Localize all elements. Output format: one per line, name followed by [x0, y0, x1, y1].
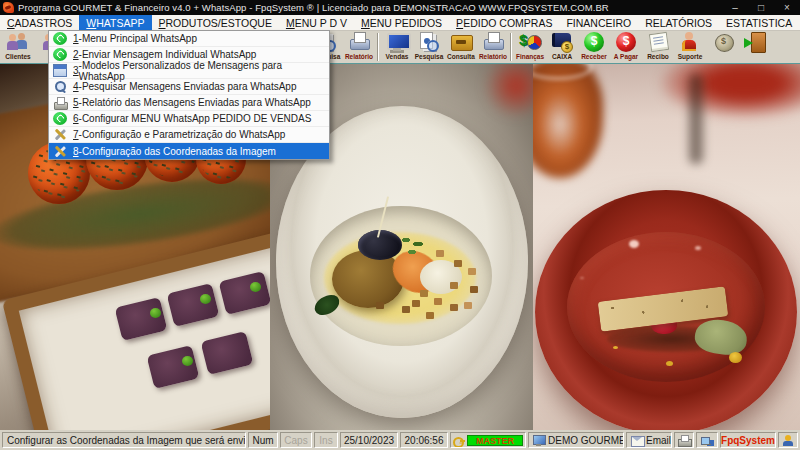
query-drawer-icon — [449, 31, 473, 53]
menu-whatsapp[interactable]: WHATSAPP — [79, 15, 151, 30]
menuitem-relatorio-mensagens[interactable]: 5-Relatório das Mensagens Enviadas para … — [49, 95, 329, 111]
status-time: 20:06:56 — [400, 432, 448, 448]
whatsapp-icon — [53, 32, 67, 45]
close-button[interactable]: × — [774, 0, 800, 15]
menuitem-modelos-personalizados[interactable]: 3-Modelos Personalizados de Mensagens pa… — [49, 63, 329, 79]
printer-icon — [53, 96, 67, 109]
photo-red-plate-dessert — [533, 64, 800, 430]
menuitem-configuracao-parametrizacao[interactable]: 7-Configuração e Parametrização do Whats… — [49, 127, 329, 143]
status-bar: Configurar as Coordenadas da Imagem que … — [0, 430, 800, 450]
user-panel[interactable] — [778, 432, 798, 448]
wine-glass-blur — [533, 64, 603, 178]
master-user-badge: MASTER — [467, 435, 523, 446]
pea-garnish — [250, 282, 261, 292]
menu-relatorios[interactable]: RELATÓRIOS — [638, 15, 719, 30]
receipt-note-icon — [646, 31, 670, 53]
magnifier-icon — [53, 80, 67, 93]
minimize-button[interactable]: – — [722, 0, 748, 15]
status-message: Configurar as Coordenadas da Imagem que … — [2, 432, 246, 448]
maximize-button[interactable]: □ — [748, 0, 774, 15]
receivables-coin-icon — [582, 31, 606, 53]
search-pages-icon — [417, 31, 441, 53]
network-icon — [701, 435, 713, 446]
exit-door-icon — [744, 31, 768, 53]
computer-icon — [533, 435, 545, 446]
toolbar-caixa-button[interactable]: CAIXA — [546, 31, 578, 63]
menuitem-pesquisar-mensagens[interactable]: 4-Pesquisar Mensagens Enviadas para What… — [49, 79, 329, 95]
network-panel[interactable] — [696, 432, 718, 448]
pea-garnish — [182, 356, 193, 366]
pea-garnish — [200, 294, 211, 304]
app-version-panel: DEMO GOURMET 4.0 — [528, 432, 624, 448]
menu-produtos-estoque[interactable]: PRODUTOS/ESTOQUE — [152, 15, 279, 30]
brand-label: FpqSystem — [720, 432, 776, 448]
whatsapp-icon — [53, 48, 67, 61]
toolbar-consulta-button[interactable]: Consulta — [445, 31, 477, 63]
menu-estatistica[interactable]: ESTATISTICA — [719, 15, 799, 30]
menu-pedidos[interactable]: MENU PEDIDOS — [354, 15, 449, 30]
printer-panel[interactable] — [674, 432, 694, 448]
pea-garnish — [150, 308, 161, 318]
toolbar-receber-button[interactable]: Receber — [578, 31, 610, 63]
glass-stem-blur — [689, 74, 703, 164]
cashbook-icon — [550, 31, 574, 53]
toolbar-financas-button[interactable]: Finanças — [514, 31, 546, 63]
poached-egg — [420, 260, 462, 294]
tools-icon — [53, 145, 67, 158]
menu-bar: CADASTROS WHATSAPP PRODUTOS/ESTOQUE MENU… — [0, 15, 800, 31]
toolbar-separator — [377, 33, 379, 61]
report-printer-icon — [481, 31, 505, 53]
report-printer-icon — [347, 31, 371, 53]
toolbar-clientes-button[interactable]: Clientes — [2, 31, 34, 63]
window-title: Programa GOURMET & Financeiro v4.0 + Wha… — [18, 2, 722, 13]
toolbar-apagar-button[interactable]: A Pagar — [610, 31, 642, 63]
plate-glints — [629, 240, 639, 248]
toolbar-relatorio-button[interactable]: Relatório — [343, 31, 375, 63]
toolbar-moeda-button[interactable] — [708, 31, 740, 63]
sauce-dots — [729, 352, 742, 363]
background-plate-blur — [660, 64, 800, 118]
whatsapp-icon — [53, 112, 67, 125]
menuitem-configurar-menu-pedido[interactable]: 6-Configurar MENU WhatsApp PEDIDO DE VEN… — [49, 111, 329, 127]
title-bar: Programa GOURMET & Financeiro v4.0 + Wha… — [0, 0, 800, 15]
menu-financeiro[interactable]: FINANCEIRO — [559, 15, 638, 30]
email-panel[interactable]: Email — [626, 432, 672, 448]
finance-dollar-pie-icon — [518, 31, 542, 53]
user-level-panel: MASTER — [450, 432, 526, 448]
caps-lock-indicator: Caps — [280, 432, 312, 448]
app-logo-icon — [3, 2, 14, 13]
caviar — [358, 230, 402, 260]
croutons — [420, 290, 428, 297]
application-window: Programa GOURMET & Financeiro v4.0 + Wha… — [0, 0, 800, 450]
payables-coin-icon — [614, 31, 638, 53]
toolbar-vendas-button[interactable]: Vendas — [381, 31, 413, 63]
support-person-icon — [678, 31, 702, 53]
toolbar-relatorio2-button[interactable]: Relatório — [477, 31, 509, 63]
menu-pdv[interactable]: MENU P D V — [279, 15, 354, 30]
envelope-icon — [631, 435, 643, 446]
menuitem-menu-principal[interactable]: 1-Menu Principal WhatsApp — [49, 31, 329, 47]
toolbar-suporte-button[interactable]: Suporte — [674, 31, 706, 63]
toolbar-recibo-button[interactable]: Recibo — [642, 31, 674, 63]
num-lock-indicator: Num — [248, 432, 278, 448]
window-icon — [53, 64, 67, 77]
key-icon — [453, 435, 465, 446]
menu-pedido-compras[interactable]: PEDIDO COMPRAS — [449, 15, 559, 30]
whatsapp-dropdown-menu: 1-Menu Principal WhatsApp 2-Enviar Mensa… — [48, 30, 330, 160]
tools-icon — [53, 128, 67, 141]
toolbar-sair-button[interactable] — [740, 31, 772, 63]
coin-icon — [712, 31, 736, 53]
menu-cadastros[interactable]: CADASTROS — [0, 15, 79, 30]
printer-icon — [678, 435, 690, 446]
sales-monitor-icon — [385, 31, 409, 53]
insert-indicator: Ins — [314, 432, 338, 448]
status-date: 25/10/2023 — [340, 432, 398, 448]
fried-disc — [332, 250, 404, 308]
background-blur — [481, 64, 533, 116]
toolbar-pesquisa2-button[interactable]: Pesquisa — [413, 31, 445, 63]
user-icon — [782, 435, 794, 446]
menuitem-configuracao-coordenadas[interactable]: 8-Configuração das Coordenadas da Imagem — [49, 143, 329, 159]
toolbar-separator — [510, 33, 512, 61]
clients-icon — [6, 31, 30, 53]
microgreens — [398, 234, 432, 258]
